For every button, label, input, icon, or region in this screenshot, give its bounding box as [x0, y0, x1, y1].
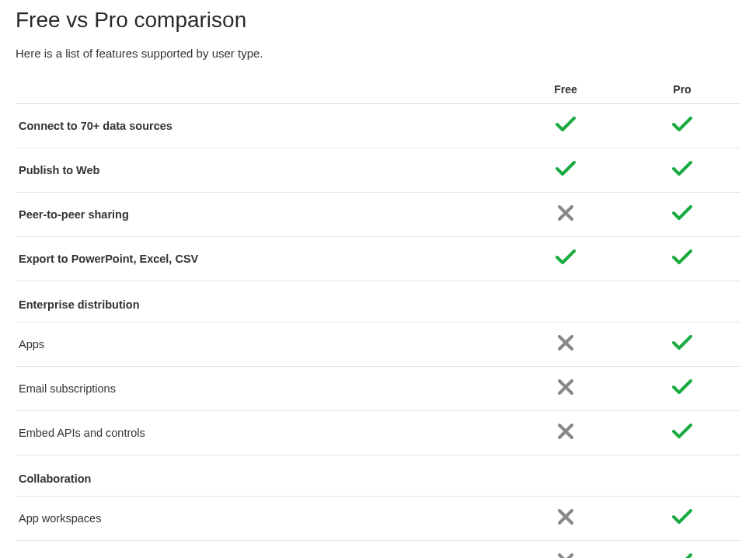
cell-free [507, 497, 624, 541]
check-icon [672, 205, 692, 221]
col-header-free: Free [507, 77, 624, 104]
table-row: Embed APIs and controls [16, 411, 740, 455]
feature-label: Embed APIs and controls [16, 411, 507, 455]
table-row: Export to PowerPoint, Excel, CSV [16, 237, 740, 281]
cross-icon [558, 205, 573, 221]
feature-label: Connect to 70+ data sources [16, 104, 507, 148]
cell-free [507, 367, 624, 411]
cell-free [507, 104, 624, 148]
cell-pro [624, 281, 740, 323]
comparison-table: Free Pro Connect to 70+ data sourcesPubl… [16, 77, 740, 558]
section-header: Collaboration [16, 455, 507, 497]
cell-pro [624, 237, 740, 281]
cross-icon [558, 553, 573, 558]
feature-label: Peer-to-peer sharing [16, 193, 507, 237]
table-row: Email subscriptions [16, 367, 740, 411]
feature-label: Publish to Web [16, 148, 507, 193]
cell-pro [624, 148, 740, 193]
cell-pro [624, 497, 740, 541]
page-subtitle: Here is a list of features supported by … [16, 47, 740, 60]
check-icon [672, 117, 692, 132]
check-icon [556, 117, 576, 132]
cell-free [507, 148, 624, 193]
check-icon [672, 424, 692, 439]
cell-free [507, 455, 624, 497]
check-icon [672, 249, 692, 265]
cell-pro [624, 541, 740, 559]
cell-free [507, 541, 624, 559]
check-icon [672, 161, 692, 176]
cell-free [507, 323, 624, 367]
cross-icon [558, 335, 573, 350]
col-header-feature [16, 77, 507, 104]
check-icon [672, 379, 692, 395]
check-icon [672, 335, 692, 350]
cell-free [507, 281, 624, 323]
table-row: Peer-to-peer sharing [16, 193, 740, 237]
check-icon [556, 249, 576, 265]
table-row: Analyze in Excel, analyze in Power BI De… [16, 541, 740, 559]
check-icon [672, 509, 692, 525]
check-icon [672, 553, 692, 558]
cross-icon [558, 424, 573, 439]
table-row: Connect to 70+ data sources [16, 104, 740, 148]
cell-free [507, 193, 624, 237]
cell-pro [624, 323, 740, 367]
table-row: App workspaces [16, 497, 740, 541]
col-header-pro: Pro [624, 77, 740, 104]
feature-label: Email subscriptions [16, 367, 507, 411]
cell-pro [624, 455, 740, 497]
cell-free [507, 411, 624, 455]
feature-label: Analyze in Excel, analyze in Power BI De… [16, 541, 507, 559]
section-header: Enterprise distribution [16, 281, 507, 323]
cell-pro [624, 104, 740, 148]
page-title: Free vs Pro comparison [16, 8, 740, 33]
table-row: Apps [16, 323, 740, 367]
cell-pro [624, 193, 740, 237]
check-icon [556, 161, 576, 176]
cross-icon [558, 509, 573, 525]
cell-pro [624, 367, 740, 411]
feature-label: Apps [16, 323, 507, 367]
table-row: Publish to Web [16, 148, 740, 193]
table-row: Collaboration [16, 455, 740, 497]
feature-label: Export to PowerPoint, Excel, CSV [16, 237, 507, 281]
cell-free [507, 237, 624, 281]
table-row: Enterprise distribution [16, 281, 740, 323]
cross-icon [558, 379, 573, 395]
feature-label: App workspaces [16, 497, 507, 541]
cell-pro [624, 411, 740, 455]
